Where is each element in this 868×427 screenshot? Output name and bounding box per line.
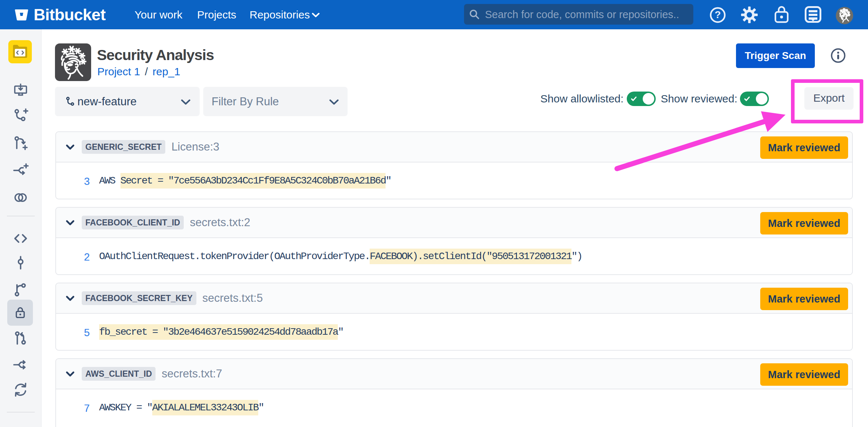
svg-text:?: ? — [715, 9, 721, 20]
